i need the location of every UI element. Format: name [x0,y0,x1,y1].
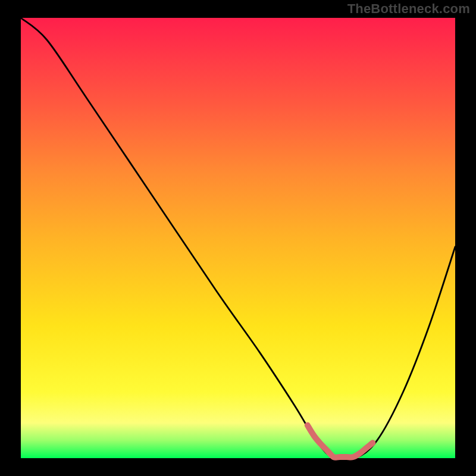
plot-area [21,18,455,458]
watermark-text: TheBottleneck.com [347,1,470,17]
bottleneck-curve [21,18,455,461]
chart-frame: TheBottleneck.com [0,0,476,476]
optimal-band-marker [308,425,373,458]
curve-layer [21,18,455,458]
